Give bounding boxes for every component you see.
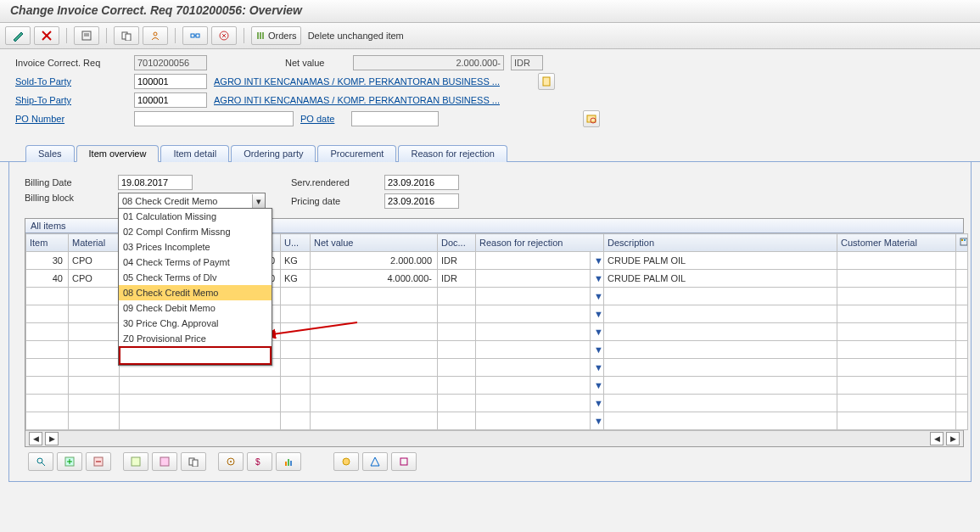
delete-row-icon[interactable] bbox=[86, 452, 111, 471]
po-number-input[interactable] bbox=[134, 111, 294, 126]
cell[interactable] bbox=[837, 395, 956, 412]
cell[interactable] bbox=[281, 305, 311, 323]
billing-block-option[interactable]: 02 Compl Confirm Missng bbox=[119, 224, 272, 239]
cell[interactable] bbox=[604, 359, 837, 377]
reason-dropdown-arrow[interactable]: ▼ bbox=[591, 377, 604, 395]
cell[interactable]: CRUDE PALM OIL bbox=[604, 252, 837, 270]
scroll-left-icon[interactable]: ◀ bbox=[29, 432, 42, 445]
tab-ordering-party[interactable]: Ordering party bbox=[231, 145, 316, 162]
display-change-toggle[interactable] bbox=[5, 26, 31, 45]
cell[interactable] bbox=[69, 288, 120, 305]
table-row[interactable]: ▼ bbox=[26, 395, 968, 412]
cell[interactable] bbox=[837, 270, 956, 288]
col-doccur[interactable]: Doc... bbox=[438, 234, 476, 252]
cell[interactable] bbox=[281, 395, 311, 412]
cell[interactable] bbox=[837, 412, 956, 430]
po-search-icon[interactable] bbox=[583, 110, 600, 127]
cell[interactable] bbox=[438, 323, 476, 341]
delete-unchanged-item-button[interactable]: Delete unchanged item bbox=[305, 27, 407, 44]
cell[interactable] bbox=[956, 252, 968, 270]
cell[interactable] bbox=[281, 412, 311, 430]
scroll-right-icon[interactable]: ▶ bbox=[45, 432, 59, 445]
cell[interactable] bbox=[120, 395, 281, 412]
cell[interactable] bbox=[69, 359, 120, 377]
chart-icon[interactable] bbox=[276, 452, 301, 471]
cell[interactable] bbox=[476, 305, 591, 323]
cell[interactable] bbox=[69, 341, 120, 359]
cell[interactable] bbox=[476, 270, 591, 288]
cell[interactable] bbox=[438, 288, 476, 305]
col-netvalue[interactable]: Net value bbox=[311, 234, 438, 252]
cell[interactable] bbox=[311, 377, 438, 395]
billing-block-combo[interactable]: 08 Check Credit Memo ▾ 01 Calculation Mi… bbox=[118, 193, 266, 210]
reason-dropdown-arrow[interactable]: ▼ bbox=[591, 288, 604, 305]
cell[interactable] bbox=[438, 395, 476, 412]
billing-block-option[interactable]: 08 Check Credit Memo bbox=[119, 285, 272, 300]
table-row[interactable]: ▼ bbox=[26, 377, 968, 395]
col-item[interactable]: Item bbox=[26, 234, 69, 252]
cell[interactable] bbox=[604, 395, 837, 412]
reason-dropdown-arrow[interactable]: ▼ bbox=[591, 305, 604, 323]
billing-block-option[interactable]: Z0 Provisional Price bbox=[119, 331, 272, 346]
scroll-left2-icon[interactable]: ◀ bbox=[930, 432, 944, 445]
billing-block-option[interactable]: 05 Check Terms of Dlv bbox=[119, 270, 272, 285]
cell[interactable]: IDR bbox=[438, 252, 476, 270]
cell[interactable] bbox=[311, 395, 438, 412]
cell[interactable] bbox=[956, 412, 968, 430]
cell[interactable] bbox=[281, 288, 311, 305]
col-reason[interactable]: Reason for rejection bbox=[476, 234, 604, 252]
cell[interactable] bbox=[438, 412, 476, 430]
billing-block-option[interactable]: 01 Calculation Missing bbox=[119, 209, 272, 224]
cell[interactable] bbox=[956, 377, 968, 395]
cell[interactable] bbox=[438, 377, 476, 395]
cell[interactable]: KG bbox=[281, 252, 311, 270]
cond-icon-2[interactable] bbox=[362, 452, 388, 471]
cell[interactable] bbox=[956, 323, 968, 341]
configure-icon[interactable] bbox=[218, 452, 244, 471]
cell[interactable] bbox=[837, 323, 956, 341]
header-icon[interactable] bbox=[74, 26, 99, 45]
cell[interactable] bbox=[604, 412, 837, 430]
cell[interactable] bbox=[476, 359, 591, 377]
ship-to-party-label[interactable]: Ship-To Party bbox=[15, 95, 134, 105]
billing-block-dropdown[interactable]: 01 Calculation Missing02 Compl Confirm M… bbox=[118, 208, 272, 366]
doc-flow-icon[interactable] bbox=[182, 26, 208, 45]
cell[interactable] bbox=[604, 288, 837, 305]
cond-icon-1[interactable] bbox=[333, 452, 359, 471]
cell[interactable] bbox=[476, 252, 591, 270]
cell[interactable] bbox=[281, 341, 311, 359]
cell[interactable]: IDR bbox=[438, 270, 476, 288]
cell[interactable]: KG bbox=[281, 270, 311, 288]
billing-block-option[interactable]: 30 Price Chg. Approval bbox=[119, 316, 272, 331]
cell[interactable]: CRUDE PALM OIL bbox=[604, 270, 837, 288]
cell[interactable] bbox=[956, 305, 968, 323]
po-date-input[interactable] bbox=[351, 111, 439, 126]
cond-icon-3[interactable] bbox=[391, 452, 417, 471]
chevron-down-icon[interactable]: ▾ bbox=[252, 194, 265, 208]
cell[interactable]: 2.000.000 bbox=[311, 252, 438, 270]
cell[interactable] bbox=[438, 341, 476, 359]
cell[interactable] bbox=[476, 323, 591, 341]
grid-hscroll[interactable]: ◀ ▶ ◀ ▶ bbox=[25, 430, 963, 446]
cell[interactable] bbox=[281, 377, 311, 395]
cell[interactable] bbox=[837, 252, 956, 270]
col-config-icon[interactable] bbox=[956, 234, 968, 252]
reason-dropdown-arrow[interactable]: ▼ bbox=[591, 412, 604, 430]
cell[interactable] bbox=[956, 288, 968, 305]
insert-row-icon[interactable] bbox=[57, 452, 82, 471]
cell[interactable] bbox=[69, 395, 120, 412]
reject-icon[interactable] bbox=[34, 26, 59, 45]
cell[interactable] bbox=[311, 359, 438, 377]
cell[interactable] bbox=[26, 288, 69, 305]
reason-dropdown-arrow[interactable]: ▼ bbox=[591, 323, 604, 341]
cell[interactable] bbox=[311, 323, 438, 341]
propose-items-icon[interactable] bbox=[114, 26, 139, 45]
col-material[interactable]: Material bbox=[69, 234, 120, 252]
billing-block-option-empty[interactable] bbox=[119, 346, 272, 365]
cell[interactable] bbox=[26, 359, 69, 377]
tab-sales[interactable]: Sales bbox=[25, 145, 75, 162]
pricing-icon[interactable]: $ bbox=[247, 452, 272, 471]
cell[interactable] bbox=[604, 341, 837, 359]
cell[interactable] bbox=[281, 359, 311, 377]
cell[interactable] bbox=[311, 288, 438, 305]
